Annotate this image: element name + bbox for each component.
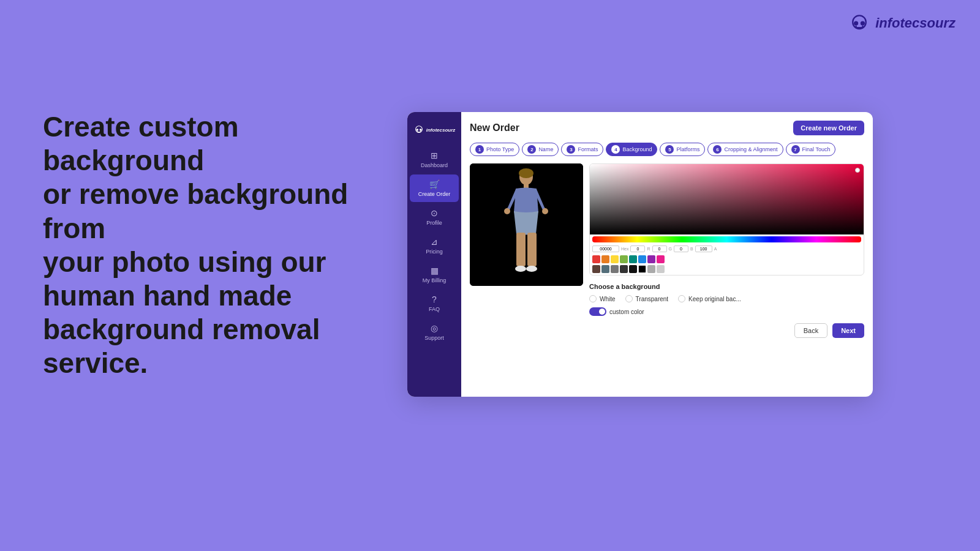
a-input[interactable] (695, 246, 712, 252)
billing-icon: ▦ (431, 266, 439, 276)
step-label-3: Formats (578, 146, 598, 152)
sidebar-item-dashboard[interactable]: ⊞ Dashboard (410, 146, 459, 173)
step-label-7: Final Touch (802, 146, 831, 152)
step-platforms[interactable]: 5 Platforms (660, 143, 705, 156)
step-label-5: Platforms (676, 146, 699, 152)
step-num-6: 6 (713, 145, 722, 154)
swatch-blue[interactable] (638, 255, 646, 263)
sidebar-item-billing[interactable]: ▦ My Billing (410, 261, 459, 288)
step-cropping[interactable]: 6 Cropping & Alignment (707, 143, 783, 156)
faq-icon: ? (432, 294, 437, 304)
model-svg (470, 163, 583, 286)
page-title: New Order (470, 122, 519, 133)
pricing-icon: ⊿ (431, 237, 438, 247)
b-label: B (690, 247, 693, 251)
bg-option-white[interactable]: White (589, 295, 616, 302)
r-input[interactable] (630, 246, 645, 252)
swatch-darkgray[interactable] (620, 265, 628, 273)
custom-color-toggle-wrap[interactable]: custom color (589, 307, 864, 316)
bg-label-white: White (600, 296, 616, 302)
sidebar-label-faq: FAQ (429, 306, 440, 312)
swatch-orange[interactable] (601, 255, 609, 263)
sidebar-item-pricing[interactable]: ⊿ Pricing (410, 232, 459, 260)
sidebar: infotecsourz ⊞ Dashboard 🛒 Create Order … (407, 112, 461, 397)
sidebar-label-dashboard: Dashboard (421, 162, 448, 168)
app-window: infotecsourz ⊞ Dashboard 🛒 Create Order … (407, 112, 873, 397)
step-background[interactable]: 4 Background (606, 143, 657, 156)
svg-point-2 (861, 21, 865, 25)
svg-rect-17 (527, 233, 537, 266)
step-num-5: 5 (665, 145, 674, 154)
b-input[interactable] (674, 246, 688, 252)
svg-point-7 (416, 129, 418, 131)
step-label-4: Background (622, 146, 652, 152)
custom-color-toggle[interactable] (589, 307, 606, 316)
color-picker-panel[interactable]: Hex R G B A (589, 163, 864, 276)
color-gradient[interactable] (590, 164, 864, 234)
radio-transparent[interactable] (625, 295, 633, 302)
swatch-gray1[interactable] (611, 265, 619, 273)
color-swatches-2 (590, 265, 864, 275)
sidebar-item-profile[interactable]: ⊙ Profile (410, 203, 459, 231)
svg-point-14 (519, 168, 533, 178)
content-right: Hex R G B A (589, 163, 864, 388)
sidebar-logo-text: infotecsourz (426, 127, 456, 133)
swatch-silver[interactable] (657, 265, 665, 273)
hex-label: Hex (621, 247, 628, 251)
custom-color-label: custom color (609, 309, 644, 315)
r-label: R (647, 247, 650, 251)
hex-input[interactable] (592, 246, 619, 252)
sidebar-item-support[interactable]: ◎ Support (410, 318, 459, 346)
step-label-6: Cropping & Alignment (724, 146, 777, 152)
sidebar-label-support: Support (424, 335, 444, 341)
step-formats[interactable]: 3 Formats (561, 143, 603, 156)
color-spectrum[interactable] (592, 236, 861, 242)
bg-section-title: Choose a background (589, 283, 864, 290)
bg-label-transparent: Transparent (636, 296, 669, 302)
image-and-picker: Hex R G B A (589, 163, 864, 276)
step-photo-type[interactable]: 1 Photo Type (470, 143, 519, 156)
swatch-purple[interactable] (647, 255, 655, 263)
color-inputs: Hex R G B A (590, 244, 864, 253)
radio-white[interactable] (589, 295, 597, 302)
svg-point-1 (854, 21, 858, 25)
bg-option-keep-original[interactable]: Keep original bac... (678, 295, 741, 302)
swatch-red[interactable] (592, 255, 600, 263)
swatch-pink[interactable] (657, 255, 665, 263)
sidebar-label-create-order: Create Order (418, 191, 451, 197)
swatch-nearblack[interactable] (629, 265, 637, 273)
step-num-3: 3 (567, 145, 575, 154)
swatch-yellow[interactable] (611, 255, 619, 263)
svg-rect-16 (516, 233, 526, 266)
swatch-teal[interactable] (629, 255, 637, 263)
hero-section: Create custom background or remove backg… (43, 110, 398, 381)
bg-option-transparent[interactable]: Transparent (625, 295, 669, 302)
swatch-green[interactable] (620, 255, 628, 263)
logo-text: infotecsourz (875, 15, 956, 31)
step-num-2: 2 (527, 145, 536, 154)
step-num-4: 4 (611, 145, 620, 154)
swatch-brown[interactable] (592, 265, 600, 273)
color-swatches (590, 253, 864, 265)
next-button[interactable]: Next (832, 323, 864, 338)
sidebar-item-create-order[interactable]: 🛒 Create Order (410, 174, 459, 202)
create-new-order-button[interactable]: Create new Order (793, 121, 864, 135)
back-button[interactable]: Back (794, 323, 827, 338)
svg-point-8 (420, 129, 422, 131)
radio-keep-original[interactable] (678, 295, 685, 302)
swatch-lightgray[interactable] (647, 265, 655, 273)
dashboard-icon: ⊞ (431, 151, 438, 160)
a-label: A (714, 247, 717, 251)
sidebar-item-faq[interactable]: ? FAQ (410, 290, 459, 317)
g-input[interactable] (652, 246, 667, 252)
main-header: New Order Create new Order (470, 121, 864, 135)
step-num-1: 1 (475, 145, 484, 154)
step-name[interactable]: 2 Name (522, 143, 559, 156)
sidebar-label-pricing: Pricing (426, 249, 443, 255)
swatch-black[interactable] (638, 265, 646, 273)
logo-icon (848, 12, 870, 34)
sidebar-label-billing: My Billing (423, 277, 447, 283)
step-label-1: Photo Type (486, 146, 514, 152)
step-final-touch[interactable]: 7 Final Touch (786, 143, 836, 156)
swatch-bluegray[interactable] (601, 265, 609, 273)
